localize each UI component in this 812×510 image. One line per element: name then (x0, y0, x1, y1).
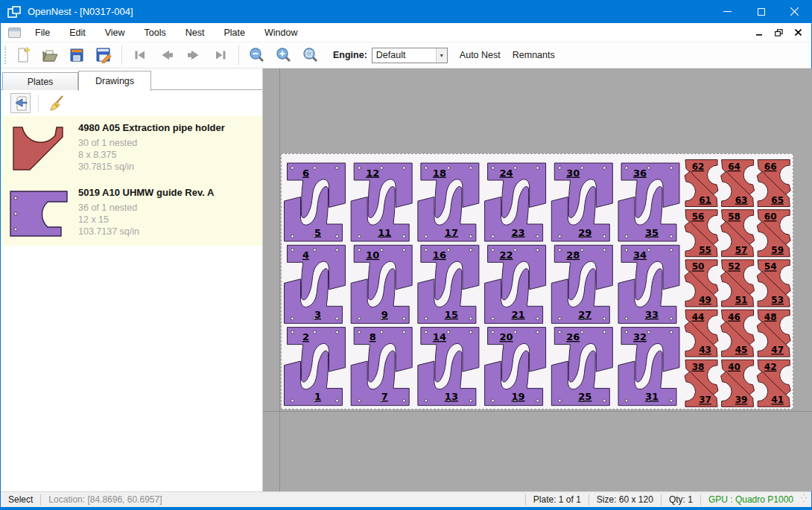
red-part-pair[interactable]: 4241 (757, 360, 790, 407)
clear-broom-button[interactable] (46, 93, 66, 113)
menu-tools[interactable]: Tools (135, 25, 176, 41)
save-as-button[interactable] (94, 45, 113, 65)
nav-last-button[interactable] (211, 45, 230, 65)
mdi-restore-button[interactable] (771, 26, 786, 39)
red-part-pair[interactable]: 5453 (757, 260, 790, 307)
part-number-label: 19 (512, 391, 525, 402)
tab-drawings[interactable]: Drawings (78, 71, 151, 91)
status-mode: Select (1, 494, 40, 505)
drawing-item-uhmw-guide[interactable]: 5019 A10 UHMW guide Rev. A 36 of 1 neste… (1, 181, 262, 246)
part-number-label: 38 (692, 362, 705, 372)
drawing-thumbnail (1, 181, 78, 246)
close-button[interactable] (778, 0, 811, 23)
app-window: OpenNest - [N0317-004] File Edit View To… (0, 0, 812, 510)
mdi-close-button[interactable] (790, 26, 805, 39)
menu-edit[interactable]: Edit (60, 25, 95, 41)
red-part-pair[interactable]: 4039 (721, 360, 755, 407)
auto-nest-button[interactable]: Auto Nest (454, 46, 507, 64)
red-part-pair[interactable]: 4847 (757, 310, 790, 357)
engine-select[interactable]: Default ▾ (372, 48, 448, 63)
part-number-label: 11 (378, 227, 391, 238)
menu-view[interactable]: View (95, 25, 135, 41)
zoom-in-button[interactable] (274, 45, 294, 65)
tab-plates[interactable]: Plates (2, 72, 78, 90)
new-file-button[interactable] (13, 45, 33, 65)
purple-part-pair[interactable]: 3635 (618, 163, 679, 241)
nav-prev-button[interactable] (157, 45, 177, 65)
drawing-nested-count: 36 of 1 nested (78, 202, 262, 214)
part-number-label: 7 (381, 391, 388, 402)
purple-part-pair[interactable]: 3029 (551, 163, 612, 241)
status-qty: Qty: 1 (662, 494, 700, 505)
purple-part-pair[interactable]: 1615 (418, 245, 479, 323)
red-part-pair[interactable]: 6463 (721, 160, 755, 207)
purple-part-pair[interactable]: 2019 (485, 328, 546, 406)
nested-parts-layout: 6512111817242330293635431091615222128273… (282, 154, 793, 409)
red-part-pair[interactable]: 6261 (685, 160, 718, 207)
save-button[interactable] (67, 45, 86, 65)
nest-canvas[interactable]: 6512111817242330293635431091615222128273… (263, 68, 812, 491)
part-number-label: 17 (445, 227, 458, 238)
engine-label: Engine: (333, 50, 367, 60)
purple-part-pair[interactable]: 65 (285, 163, 346, 241)
clear-broom-icon (48, 95, 66, 112)
purple-part-pair[interactable]: 21 (285, 328, 346, 406)
toolbar-separator (121, 45, 122, 65)
nav-first-button[interactable] (130, 45, 150, 65)
purple-part-pair[interactable]: 43 (285, 245, 346, 323)
panel-toolbar-separator (38, 95, 39, 112)
red-part-pair[interactable]: 5049 (685, 260, 718, 307)
mdi-document-icon[interactable] (8, 28, 21, 38)
menu-file[interactable]: File (25, 25, 60, 41)
nav-next-button[interactable] (184, 45, 203, 65)
purple-part-pair[interactable]: 109 (351, 245, 412, 323)
open-file-button[interactable] (40, 45, 60, 65)
red-part-pair[interactable]: 4645 (721, 310, 755, 357)
status-location: Location: [84.8696, 60.6957] (41, 494, 169, 505)
purple-part-pair[interactable]: 2625 (551, 328, 612, 406)
engine-dropdown-arrow-icon[interactable]: ▾ (436, 48, 447, 63)
menu-nest[interactable]: Nest (176, 25, 215, 41)
purple-part-pair[interactable]: 1817 (418, 163, 479, 241)
red-part-pair[interactable]: 5857 (721, 210, 755, 257)
purple-part-pair[interactable]: 87 (351, 328, 412, 406)
import-drawing-button[interactable] (10, 93, 31, 113)
remnants-button[interactable]: Remnants (507, 46, 561, 64)
part-number-label: 28 (566, 249, 580, 261)
part-number-label: 50 (692, 261, 705, 272)
tab-strip: Plates Drawings (1, 71, 262, 90)
red-part-pair[interactable]: 6665 (757, 160, 790, 207)
drawing-item-extraction-pipe-holder[interactable]: 4980 A05 Extraction pipe holder 30 of 1 … (1, 116, 262, 181)
purple-part-pair[interactable]: 3433 (618, 245, 679, 323)
red-part-pair[interactable]: 5251 (721, 260, 755, 307)
mdi-minimize-button[interactable] (752, 26, 767, 39)
purple-part-pair[interactable]: 2221 (485, 245, 546, 323)
plate-sheet[interactable]: 6512111817242330293635431091615222128273… (281, 153, 793, 409)
part-number-label: 4 (302, 249, 309, 261)
red-part-pair[interactable]: 6059 (757, 210, 790, 257)
resize-grip-icon[interactable]: ⁛ (801, 495, 810, 504)
menu-plate[interactable]: Plate (214, 25, 255, 41)
maximize-button[interactable] (744, 0, 778, 23)
status-plate: Plate: 1 of 1 (526, 494, 589, 505)
toolbar-grip[interactable] (4, 46, 7, 64)
minimize-button[interactable] (711, 0, 744, 23)
part-number-label: 6 (302, 168, 309, 179)
purple-part-pair[interactable]: 1211 (351, 163, 412, 241)
title-bar: OpenNest - [N0317-004] (1, 0, 811, 23)
zoom-fit-button[interactable] (301, 45, 320, 65)
red-part-pair[interactable]: 4443 (685, 310, 718, 357)
red-part-pair[interactable]: 5655 (685, 210, 718, 257)
part-number-label: 5 (314, 227, 321, 238)
purple-part-pair[interactable]: 3231 (618, 328, 679, 406)
zoom-out-button[interactable] (247, 45, 267, 65)
purple-part-pair[interactable]: 2827 (551, 245, 612, 323)
part-number-label: 32 (633, 331, 647, 342)
part-number-label: 25 (578, 391, 591, 402)
menu-window[interactable]: Window (255, 25, 307, 41)
red-part-pair[interactable]: 3837 (685, 360, 718, 407)
zoom-fit-icon (302, 46, 320, 64)
purple-part-pair[interactable]: 1413 (418, 328, 479, 406)
purple-part-pair[interactable]: 2423 (485, 163, 546, 241)
drawing-area: 30.7815 sq/in (78, 161, 262, 173)
